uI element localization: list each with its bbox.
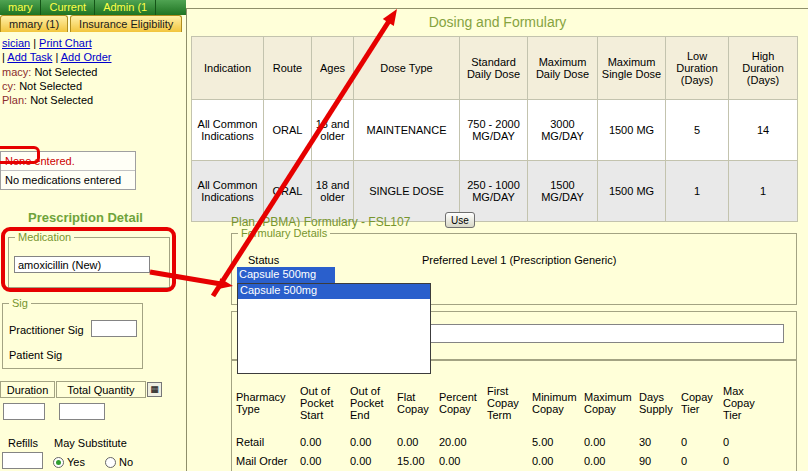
cy-value: Not Selected [19, 80, 82, 92]
yes-label: Yes [67, 456, 85, 468]
dialog-title: Dosing and Formulary [187, 14, 808, 30]
duration-input[interactable] [3, 403, 45, 420]
status-label: Status [248, 254, 279, 266]
cell [485, 451, 530, 470]
cell: 0 [679, 432, 721, 451]
cell: 0.00 [298, 451, 348, 470]
column-header: High Duration (Days) [729, 37, 798, 100]
column-header: Pharmacy Type [234, 374, 298, 432]
column-header: Minimum Copay [530, 374, 582, 432]
plan-value: Not Selected [30, 94, 93, 106]
column-header: Out of Pocket End [348, 374, 395, 432]
cell: 18 and older [312, 100, 354, 161]
tab-insurance-eligibility[interactable]: Insurance Eligibility [70, 15, 182, 32]
cell: 1 [666, 161, 729, 222]
patient-sig-label: Patient Sig [9, 349, 62, 361]
second-tab-bar: mmary (1) Insurance Eligibility [0, 15, 182, 32]
column-header: Route [264, 37, 312, 100]
cell: 750 - 2000 MG/DAY [460, 100, 528, 161]
dropdown-option[interactable]: Capsule 500mg [238, 284, 430, 299]
practitioner-sig-input[interactable] [91, 320, 137, 337]
cell: 0 [721, 432, 766, 451]
tab-admin[interactable]: Admin (1 [95, 0, 156, 15]
cy-status-line: cy: Not Selected [2, 80, 82, 92]
separator: | [2, 51, 5, 63]
dosing-row-single-dose[interactable]: All Common Indications ORAL 18 and older… [192, 161, 798, 222]
refills-input[interactable] [2, 452, 43, 469]
cell: 0 [679, 451, 721, 470]
cell: 0.00 [348, 451, 395, 470]
cell: 14 [729, 100, 798, 161]
cell: Mail Order [234, 451, 298, 470]
column-header: Maximum Copay [582, 374, 637, 432]
column-header: Indication [192, 37, 264, 100]
cell: 18 and older [312, 161, 354, 222]
tab-current[interactable]: Current [41, 0, 95, 15]
column-header: Ages [312, 37, 354, 100]
cell: ORAL [264, 161, 312, 222]
add-task-link[interactable]: Add Task [7, 51, 52, 63]
sig-legend: Sig [9, 297, 31, 309]
column-header: Low Duration (Days) [666, 37, 729, 100]
column-header: Out of Pocket Start [298, 374, 348, 432]
cell: 1500 MG/DAY [528, 161, 598, 222]
cell: 1500 MG [598, 161, 666, 222]
physician-link[interactable]: sician [2, 37, 30, 49]
grid-icon: ▦ [150, 384, 159, 394]
copay-header-row: Pharmacy Type Out of Pocket Start Out of… [234, 374, 766, 432]
column-header: Standard Daily Dose [460, 37, 528, 100]
copay-row-mail-order[interactable]: Mail Order 0.00 0.00 15.00 0.00 0.00 0.0… [234, 451, 766, 470]
practitioner-sig-label: Practitioner Sig [9, 324, 84, 336]
cell: 0 [721, 451, 766, 470]
cell: ORAL [264, 100, 312, 161]
cell: 0.00 [348, 432, 395, 451]
cell: 15.00 [395, 451, 437, 470]
print-chart-link[interactable]: Print Chart [39, 37, 92, 49]
medication-form-combobox[interactable]: Capsule 500mg [237, 267, 335, 283]
medication-fieldset: Medication [8, 237, 170, 288]
refills-label: Refills [8, 437, 38, 449]
medication-input[interactable] [14, 256, 150, 273]
cell: 1500 MG [598, 100, 666, 161]
add-order-link[interactable]: Add Order [61, 51, 112, 63]
column-header: Max Copay Tier [721, 374, 766, 432]
dosing-row-maintenance[interactable]: All Common Indications ORAL 18 and older… [192, 100, 798, 161]
tab-summary-count[interactable]: mmary (1) [0, 15, 68, 32]
cell: 90 [637, 451, 679, 470]
cy-label: cy: [2, 80, 16, 92]
yes-radio[interactable] [53, 457, 64, 468]
tab-summary[interactable]: mary [0, 0, 41, 15]
copay-row-retail[interactable]: Retail 0.00 0.00 0.00 20.00 5.00 0.00 30… [234, 432, 766, 451]
use-button[interactable]: Use [445, 212, 475, 228]
cell: 5.00 [530, 432, 582, 451]
cell: 0.00 [582, 432, 637, 451]
chart-links-row-2: | Add Task | Add Order [2, 51, 112, 63]
cell: 5 [666, 100, 729, 161]
calculator-button[interactable]: ▦ [147, 382, 162, 397]
cell: 0.00 [395, 432, 437, 451]
column-header: Copay Tier [679, 374, 721, 432]
cell: 0.00 [437, 451, 485, 470]
plan-label: Plan: [2, 94, 27, 106]
cell: 0.00 [298, 432, 348, 451]
page: mary Current Admin (1 mmary (1) Insuranc… [0, 0, 808, 471]
pharmacy-status-line: macy: Not Selected [2, 66, 97, 78]
cell: 30 [637, 432, 679, 451]
dosing-table: Indication Route Ages Dose Type Standard… [191, 36, 798, 222]
prescription-detail-title: Prescription Detail [28, 210, 143, 225]
cell: 20.00 [437, 432, 485, 451]
status-value: Preferred Level 1 (Prescription Generic) [422, 254, 616, 266]
copay-details-fieldset: Copay Details Pharmacy Type Out of Pocke… [231, 359, 797, 471]
total-quantity-input[interactable] [59, 403, 105, 420]
medication-form-dropdown-list: Capsule 500mg [237, 283, 431, 374]
dosing-header-row: Indication Route Ages Dose Type Standard… [192, 37, 798, 100]
duration-label: Duration [0, 381, 55, 398]
column-header: Maximum Daily Dose [528, 37, 598, 100]
pharmacy-label: macy: [2, 66, 31, 78]
may-substitute-label: May Substitute [54, 437, 127, 449]
top-tab-bar: mary Current Admin (1 [0, 0, 186, 15]
no-radio[interactable] [105, 457, 116, 468]
separator: | [33, 37, 36, 49]
column-header: Maximum Single Dose [598, 37, 666, 100]
cell [485, 432, 530, 451]
